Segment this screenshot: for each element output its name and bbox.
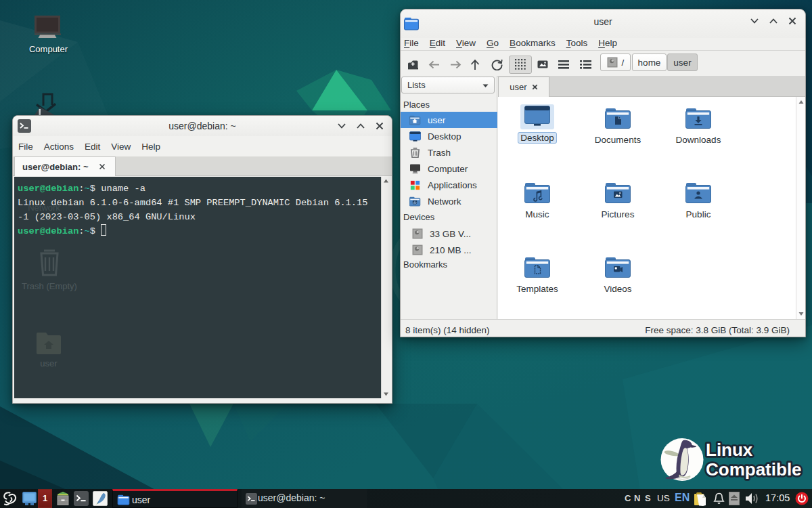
svg-text:Linux: Linux xyxy=(706,440,753,460)
svg-text:Compatible: Compatible xyxy=(706,459,802,480)
